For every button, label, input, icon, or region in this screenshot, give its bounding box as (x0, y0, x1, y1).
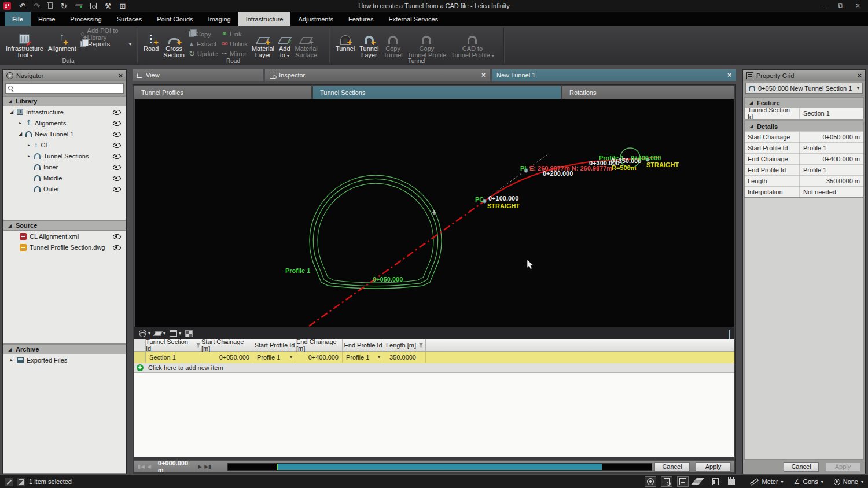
tab-adjustments[interactable]: Adjustments (290, 12, 341, 26)
property-value[interactable]: Profile 1 (800, 165, 863, 175)
cross-section-button[interactable]: Cross Section (161, 28, 187, 58)
source-section-header[interactable]: ◢ Source (3, 220, 126, 231)
selector-dropdown-icon[interactable]: ▾ (857, 86, 859, 91)
minimize-button[interactable]: ─ (821, 2, 826, 10)
tree-item-middle[interactable]: Middle (3, 172, 126, 183)
property-grid-close-icon[interactable]: × (857, 71, 862, 80)
link-button[interactable]: ⚭Link (219, 29, 249, 39)
tab-rotations[interactable]: Rotations (562, 86, 734, 99)
archive-section-header[interactable]: ◢ Archive (3, 344, 126, 354)
column-header-length[interactable]: Length [m] (384, 339, 426, 351)
snap-toggle-icon[interactable] (5, 478, 13, 486)
property-row-start-profile-id[interactable]: Start Profile Id Profile 1 (745, 142, 863, 153)
property-row-interpolation[interactable]: Interpolation Not needed (745, 186, 863, 197)
add-poi-button[interactable]: ○ Add POI to Library (79, 29, 133, 39)
expander-icon[interactable]: ▸ (9, 357, 14, 363)
column-header-start-chainage[interactable]: ▴ Start Chainage [m] (201, 339, 253, 351)
tunnel-button[interactable]: Tunnel (333, 28, 357, 52)
tab-imaging[interactable]: Imaging (201, 12, 238, 26)
cell-start-profile-id[interactable]: Profile 1▾ (253, 352, 296, 363)
extract-button[interactable]: ▲Extract (187, 39, 219, 49)
column-header-start-profile-id[interactable]: Start Profile Id (253, 339, 296, 351)
cell-tunnel-section-id[interactable]: Section 1 (146, 352, 201, 363)
cell-start-chainage[interactable]: 0+050.000 (201, 352, 253, 363)
property-value[interactable]: Not needed (800, 187, 863, 197)
filter-icon[interactable] (418, 343, 424, 348)
infrastructure-tool-button[interactable]: Infrastructure Tool ▾ (3, 28, 46, 59)
coordinate-system-dropdown[interactable]: None ▾ (834, 478, 863, 485)
image-toggle-icon[interactable] (17, 478, 25, 486)
property-row-start-chainage[interactable]: Start Chainage 0+050.000 m (745, 131, 863, 142)
expander-icon[interactable]: ◢ (749, 124, 753, 129)
tools-icon[interactable]: ⚒ (105, 2, 112, 10)
delete-icon[interactable] (48, 3, 53, 9)
tab-view[interactable]: View (133, 69, 263, 81)
row-selector-cell[interactable] (134, 352, 146, 363)
tab-tunnel-profiles[interactable]: Tunnel Profiles (134, 86, 311, 99)
copy-tunnel-profile-button[interactable]: Copy Tunnel Profile (405, 28, 448, 58)
angle-unit-dropdown[interactable]: ∠ Gons ▾ (794, 478, 823, 485)
copy-button[interactable]: Copy (187, 29, 219, 39)
profile-dropdown-icon[interactable]: ▾ (378, 354, 380, 360)
material-surface-button[interactable]: Material Surface (293, 28, 320, 58)
tab-tunnel-sections[interactable]: Tunnel Sections (313, 86, 561, 99)
search-box[interactable] (5, 83, 124, 94)
property-row-length[interactable]: Length 350.0000 m (745, 175, 863, 186)
close-button[interactable]: × (856, 2, 860, 10)
tree-item-outer[interactable]: Outer (3, 183, 126, 194)
orbit-view-icon[interactable] (139, 330, 146, 337)
tab-processing[interactable]: Processing (62, 12, 109, 26)
processing-icon[interactable] (75, 3, 82, 8)
table-row[interactable]: Section 1 0+050.000 Profile 1▾ 0+400.000… (134, 352, 734, 363)
tab-inspector[interactable]: Inspector × (265, 69, 490, 81)
tab-new-tunnel-1[interactable]: New Tunnel 1 × (492, 69, 736, 81)
filter-icon[interactable] (196, 343, 201, 348)
report-icon[interactable] (709, 476, 721, 487)
layout-icon[interactable]: ⊞ (119, 2, 126, 10)
property-row-end-profile-id[interactable]: End Profile Id Profile 1 (745, 164, 863, 175)
tab-surfaces[interactable]: Surfaces (109, 12, 149, 26)
property-value[interactable]: 0+400.000 m (800, 154, 863, 164)
visibility-eye-icon[interactable] (113, 130, 121, 138)
tree-item-new-tunnel-1[interactable]: ◢ New Tunnel 1 (3, 128, 126, 139)
property-grid-toggle-icon[interactable] (677, 476, 689, 487)
inspector-close-icon[interactable]: × (481, 71, 486, 79)
search-input[interactable] (16, 85, 121, 92)
tree-item-cl[interactable]: ▸ ↕ CL (3, 139, 126, 150)
tab-infrastructure[interactable]: Infrastructure (238, 12, 291, 26)
table-dropdown-icon[interactable]: ▾ (179, 331, 181, 336)
material-layer-button[interactable]: Material Layer (249, 28, 277, 58)
column-header-end-chainage[interactable]: End Chainage [m] (296, 339, 343, 351)
tree-item-alignments[interactable]: ▸ ↥ Alignments (3, 117, 126, 128)
cell-length[interactable]: 350.0000 (384, 352, 426, 363)
property-value[interactable]: 350.0000 m (800, 176, 863, 186)
restore-button[interactable]: ⧉ (838, 2, 843, 10)
visibility-eye-icon[interactable] (113, 185, 121, 193)
navigator-toggle-icon[interactable] (645, 476, 656, 487)
tab-point-clouds[interactable]: Point Clouds (149, 12, 200, 26)
visibility-eye-icon[interactable] (113, 174, 121, 182)
apply-button[interactable]: Apply (696, 462, 731, 472)
expander-icon[interactable]: ◢ (8, 223, 12, 228)
expander-icon[interactable]: ◢ (18, 131, 23, 136)
add-to-button[interactable]: ✓ Add to ▾ (277, 28, 293, 59)
tunnel-layer-button[interactable]: Tunnel Layer (357, 28, 381, 58)
tab-home[interactable]: Home (31, 12, 62, 26)
visibility-eye-icon[interactable] (113, 243, 121, 251)
inspector-toggle-icon[interactable] (661, 476, 672, 487)
tab-external-services[interactable]: External Services (381, 12, 446, 26)
tab-file[interactable]: File (5, 12, 31, 26)
visibility-eye-icon[interactable] (113, 141, 121, 149)
orbit-dropdown-icon[interactable]: ▾ (148, 331, 150, 336)
checker-fit-icon[interactable] (185, 330, 193, 337)
reports-button[interactable]: Reports ▾ (79, 39, 133, 49)
undo-icon[interactable]: ↶ (19, 2, 25, 10)
expander-icon[interactable]: ◢ (749, 100, 753, 105)
road-button[interactable]: Road (141, 28, 161, 52)
expander-icon[interactable]: ▸ (27, 142, 31, 147)
property-value[interactable]: Section 1 (800, 108, 863, 119)
expander-icon[interactable]: ▸ (27, 153, 31, 158)
step-back-icon[interactable]: ◀ (147, 464, 151, 469)
alignment-button[interactable]: ↑ Alignment (46, 28, 79, 52)
new-tunnel-close-icon[interactable]: × (727, 71, 731, 79)
